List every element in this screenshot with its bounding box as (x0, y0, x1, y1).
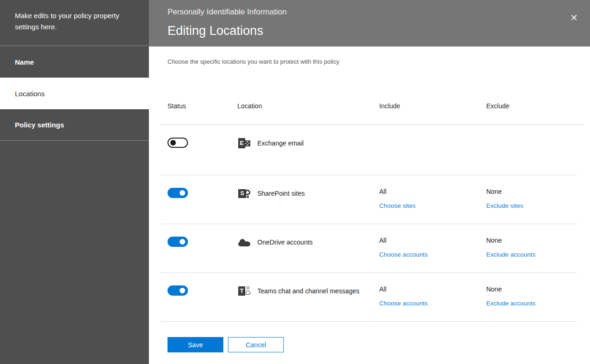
sidebar-item-policy-settings[interactable]: Policy settings (0, 109, 149, 141)
sidebar-item-name[interactable]: Name (0, 46, 149, 78)
status-cell (168, 285, 237, 296)
table-row-sharepoint-sites: S SharePoint sites All Choose sites None… (161, 175, 577, 224)
table-header-row: Status Location Include Exclude (161, 102, 583, 125)
sidebar-intro-text: Make edits to your policy property setti… (15, 10, 133, 33)
sidebar-intro: Make edits to your policy property setti… (0, 0, 149, 46)
policy-name: Personally Identifiable Information (168, 7, 590, 17)
panel-header: Personally Identifiable Information Edit… (149, 0, 590, 46)
location-label: OneDrive accounts (257, 238, 313, 246)
exclude-accounts-link[interactable]: Exclude accounts (486, 300, 536, 307)
exclude-cell: None Exclude accounts (486, 285, 577, 307)
exclude-cell: None Exclude sites (486, 188, 577, 210)
table-row-teams-chat: T Teams chat and channel messages All Ch… (161, 273, 577, 322)
sidebar-item-locations[interactable]: Locations (0, 78, 149, 109)
page-title: Editing Locations (168, 24, 590, 38)
main-panel: Personally Identifiable Information Edit… (149, 0, 590, 364)
close-icon: ✕ (570, 13, 578, 23)
toggle-knob (170, 140, 176, 146)
column-header-exclude: Exclude (486, 102, 583, 110)
location-label: Teams chat and channel messages (257, 287, 359, 295)
location-cell: E Exchange email (237, 137, 379, 150)
status-toggle[interactable] (168, 285, 188, 296)
close-button[interactable]: ✕ (568, 11, 580, 24)
status-cell (168, 188, 237, 198)
table-row-exchange-email: E Exchange email (161, 125, 577, 175)
choose-sites-link[interactable]: Choose sites (379, 202, 416, 209)
status-toggle[interactable] (168, 237, 188, 247)
sharepoint-icon: S (237, 187, 251, 200)
status-toggle[interactable] (168, 188, 188, 198)
toggle-knob (180, 190, 185, 196)
location-label: SharePoint sites (257, 190, 305, 197)
edit-policy-dialog: Make edits to your policy property setti… (0, 0, 590, 364)
exclude-value: None (486, 188, 577, 195)
location-label: Exchange email (257, 139, 304, 147)
sidebar-nav: Name Locations Policy settings (0, 46, 149, 141)
sidebar: Make edits to your policy property setti… (0, 0, 149, 364)
choose-accounts-link[interactable]: Choose accounts (379, 251, 428, 258)
sidebar-item-label: Name (15, 58, 34, 66)
include-cell: All Choose accounts (379, 285, 486, 307)
toggle-knob (180, 239, 185, 245)
save-button[interactable]: Save (168, 337, 223, 352)
exclude-cell: None Exclude accounts (486, 237, 577, 258)
column-header-include: Include (379, 102, 486, 110)
teams-icon: T (237, 285, 251, 298)
status-cell (168, 237, 237, 247)
locations-table: Status Location Include Exclude E (161, 102, 590, 322)
status-cell (168, 138, 237, 148)
choose-accounts-link[interactable]: Choose accounts (379, 300, 428, 307)
cancel-button[interactable]: Cancel (228, 337, 284, 352)
onedrive-icon (237, 236, 251, 249)
status-toggle[interactable] (168, 138, 188, 148)
sidebar-item-label: Policy settings (15, 121, 64, 129)
exclude-sites-link[interactable]: Exclude sites (486, 202, 523, 209)
include-value: All (379, 285, 486, 293)
location-cell: T Teams chat and channel messages (237, 285, 379, 298)
location-cell: OneDrive accounts (237, 236, 379, 249)
include-cell: All Choose accounts (379, 237, 486, 258)
toggle-knob (180, 288, 185, 293)
location-cell: S SharePoint sites (237, 187, 379, 200)
panel-body: Choose the specific locations you want t… (149, 46, 590, 364)
column-header-location: Location (237, 102, 379, 110)
description-text: Choose the specific locations you want t… (168, 58, 590, 66)
include-value: All (379, 188, 486, 195)
exclude-value: None (486, 237, 577, 244)
column-header-status: Status (168, 102, 237, 110)
include-cell: All Choose sites (379, 188, 486, 210)
table-row-onedrive-accounts: OneDrive accounts All Choose accounts No… (161, 224, 577, 273)
exchange-icon: E (237, 137, 251, 150)
sidebar-item-label: Locations (15, 90, 45, 98)
action-buttons: Save Cancel (168, 337, 590, 352)
include-value: All (379, 237, 486, 244)
exclude-accounts-link[interactable]: Exclude accounts (486, 251, 536, 258)
exclude-value: None (486, 285, 577, 293)
